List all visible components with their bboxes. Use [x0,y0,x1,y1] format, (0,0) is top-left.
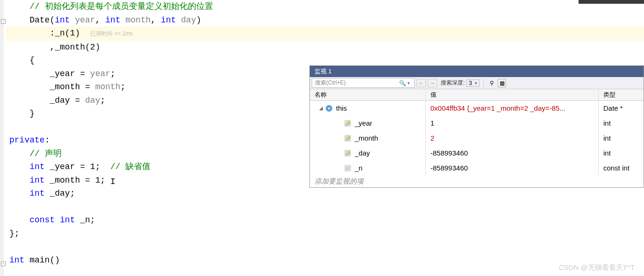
watch-value-cell[interactable]: 1 [426,116,599,131]
code-line[interactable] [6,200,644,214]
code-line[interactable]: int main() [6,254,644,267]
watch-name-cell[interactable]: 🔑_day [310,146,426,161]
watch-row[interactable]: 🔑_month2int [310,131,644,146]
comment: // 缺省值 [110,162,150,171]
fold-toggle-icon[interactable]: − [1,19,6,24]
code-line-current[interactable]: :_n(1) 已用时间 <= 1ms [6,27,644,41]
code-line[interactable]: const int _n; [6,213,644,227]
watch-name-cell[interactable]: 🔑_month [310,131,426,146]
watch-panel-title[interactable]: 监视 1 [310,66,644,77]
depth-select[interactable]: 3▾ [466,79,479,87]
watch-row[interactable]: 🔑_year1int [310,116,644,131]
variable-name: _day [355,147,370,159]
comment: // 初始化列表是每个成员变量定义初始化的位置 [29,2,213,11]
code-line[interactable] [6,240,644,254]
watch-rows: ◢●this0x004ffb34 {_year=1 _month=2 _day=… [310,101,644,176]
watch-value-cell[interactable]: 2 [426,131,599,146]
watch-name-cell[interactable]: 🔑_year [310,116,426,131]
column-name[interactable]: 名称 [310,89,426,100]
watch-name-cell[interactable]: ▫_n [310,161,426,176]
watch-type-cell: Date * [599,101,644,116]
watch-row[interactable]: 🔑_day-858993460int [310,146,644,161]
watch-row[interactable]: ▫_n-858993460const int [310,161,644,176]
watch-value-cell[interactable]: -858993460 [426,146,599,161]
comment: // 声明 [29,149,61,158]
watch-type-cell: int [599,131,644,146]
variable-name: _year [355,117,372,129]
code-line[interactable]: }; [6,227,644,241]
object-icon: ● [326,105,332,112]
depth-label: 搜索深度: [441,79,465,87]
field-icon: 🔑 [344,150,351,156]
watch-type-cell: int [599,146,644,161]
editor-gutter: − − [0,0,4,276]
variable-name: _n [355,162,363,174]
watch-columns-header: 名称 值 类型 [310,89,644,101]
code-line[interactable]: // 初始化列表是每个成员变量定义初始化的位置 [6,0,644,14]
watch-search-input[interactable]: 搜索(Ctrl+E) 🔍 ▾ [312,78,415,88]
code-line[interactable]: Date(int year, int month, int day) [6,14,644,27]
watch-panel: 监视 1 搜索(Ctrl+E) 🔍 ▾ ← → 搜索深度: 3▾ ⚲ ▦ 名称 … [309,65,644,188]
watch-toolbar: 搜索(Ctrl+E) 🔍 ▾ ← → 搜索深度: 3▾ ⚲ ▦ [310,77,644,89]
watch-type-cell: int [599,116,644,131]
fold-toggle-icon[interactable]: − [1,262,6,266]
csdn-watermark: CSDN @无聊看看天T^T [559,263,635,272]
toolbar-divider [483,79,484,87]
code-line[interactable]: ,_month(2) [6,41,644,54]
avatar-fragment [579,0,644,4]
search-next-button[interactable]: → [428,79,437,87]
variable-name: _month [355,132,378,144]
perf-hint: 已用时间 <= 1ms [90,30,133,37]
const-field-icon: ▫ [344,165,351,171]
add-watch-prompt[interactable]: 添加要监视的项 [310,176,644,187]
search-dropdown-icon[interactable]: ▾ [406,81,411,85]
field-icon: 🔑 [344,135,351,142]
variable-name: this [336,102,347,114]
search-icon: 🔍 [399,80,406,86]
search-prev-button[interactable]: ← [416,79,426,87]
field-icon: 🔑 [344,120,351,127]
watch-row[interactable]: ◢●this0x004ffb34 {_year=1 _month=2 _day=… [310,101,644,116]
filter-icon[interactable]: ⚲ [487,79,496,87]
watch-value-cell[interactable]: 0x004ffb34 {_year=1 _month=2 _day=-85... [426,101,599,116]
watch-type-cell: const int [599,161,644,176]
toggle-view-icon[interactable]: ▦ [498,79,506,87]
column-type[interactable]: 类型 [599,89,644,100]
expander-icon[interactable]: ◢ [318,102,324,114]
watch-name-cell[interactable]: ◢●this [310,101,426,116]
search-placeholder: 搜索(Ctrl+E) [315,79,346,87]
watch-value-cell[interactable]: -858993460 [426,161,599,176]
column-value[interactable]: 值 [426,89,599,100]
code-line[interactable]: int _day; [6,187,644,200]
